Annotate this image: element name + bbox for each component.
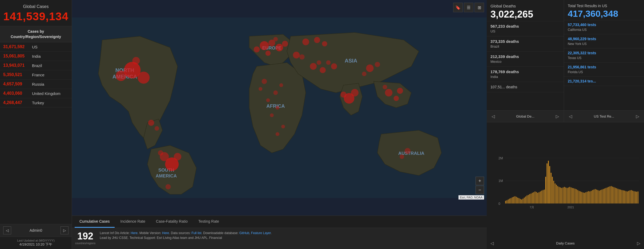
svg-rect-127	[589, 192, 590, 204]
svg-point-44	[276, 132, 279, 136]
deaths-list-item: 178,769 deathsIndia	[487, 67, 564, 82]
svg-point-39	[259, 87, 262, 91]
admin-nav-bar: ◁ Admin0 ▷	[0, 224, 72, 236]
map-attribution: Esri, FAO, NOAA	[458, 195, 484, 200]
svg-text:ASIA: ASIA	[345, 58, 357, 64]
svg-rect-90	[540, 192, 541, 204]
tab-case-fatality-ratio[interactable]: Case-Fatality Ratio	[151, 216, 192, 228]
zoom-in-btn[interactable]: +	[476, 177, 484, 185]
world-map-svg: NORTH AMERICA SOUTH AMERICA EUROPE AFRIC…	[72, 0, 487, 215]
admin-nav-next[interactable]: ▷	[61, 226, 69, 234]
deaths-panel: Global Deaths 3,022,265 567,233 deathsUS…	[487, 0, 564, 122]
svg-rect-72	[516, 197, 517, 204]
svg-rect-66	[508, 200, 509, 204]
feature-layer-link[interactable]: Feature Layer	[251, 231, 271, 235]
svg-text:AFRICA: AFRICA	[266, 103, 285, 109]
svg-point-52	[326, 60, 331, 65]
svg-point-18	[276, 44, 283, 51]
country-count: 5,350,521	[3, 72, 30, 77]
svg-rect-106	[561, 188, 562, 204]
svg-text:2M: 2M	[498, 156, 503, 160]
last-updated-box: Last Updated at (M/D/YYYY) 4/19/2021 10:…	[0, 236, 72, 249]
svg-point-11	[116, 70, 126, 81]
country-list-item[interactable]: 5,350,521France	[0, 70, 72, 80]
svg-rect-139	[606, 188, 606, 204]
grid-tool-btn[interactable]: ⊞	[474, 3, 484, 12]
svg-rect-142	[610, 186, 610, 204]
country-list-item[interactable]: 4,268,447Turkey	[0, 98, 72, 107]
svg-rect-157	[630, 190, 630, 204]
tests-number: 417,360,348	[568, 9, 640, 19]
test-count: 48,960,229 tests	[568, 37, 596, 41]
svg-point-46	[155, 126, 159, 131]
svg-rect-155	[627, 192, 628, 204]
svg-rect-105	[560, 188, 561, 204]
info-text-block: Lancet Inf Dis Article: Here. Mobile Ver…	[100, 231, 484, 240]
svg-rect-135	[600, 190, 601, 204]
svg-point-24	[314, 37, 320, 43]
svg-point-49	[405, 148, 411, 154]
deaths-nav-label: Global De...	[516, 114, 534, 118]
death-count: 373,335 deaths	[490, 39, 519, 44]
deaths-nav-next[interactable]: ▷	[554, 113, 561, 120]
admin-nav-prev[interactable]: ◁	[3, 226, 11, 234]
svg-point-48	[299, 54, 305, 60]
death-country: Mexico	[490, 60, 501, 64]
tests-list-item-truncated: 21,720,314 tes...	[564, 77, 644, 86]
svg-rect-133	[597, 190, 598, 204]
tests-nav-next[interactable]: ▷	[634, 113, 641, 120]
right-panels: Global Deaths 3,022,265 567,233 deathsUS…	[487, 0, 644, 249]
svg-rect-74	[518, 198, 519, 204]
tests-list-item: 57,733,460 testsCalifornia US	[564, 20, 644, 34]
svg-point-45	[148, 120, 154, 126]
country-list-item[interactable]: 4,657,509Russia	[0, 80, 72, 89]
deaths-title: Global Deaths	[490, 4, 560, 8]
svg-rect-130	[593, 190, 594, 204]
svg-rect-97	[549, 166, 550, 204]
svg-rect-122	[583, 193, 583, 204]
country-count: 15,061,805	[3, 54, 30, 59]
lancet-link[interactable]: Here	[131, 231, 138, 235]
country-list-item[interactable]: 15,061,805India	[0, 52, 72, 61]
deaths-nav: ◁ Global De... ▷	[487, 110, 564, 122]
country-count: 13,943,071	[3, 63, 30, 68]
zoom-out-btn[interactable]: −	[476, 186, 484, 194]
deaths-nav-prev[interactable]: ◁	[489, 113, 497, 120]
mobile-link[interactable]: Here	[162, 231, 169, 235]
svg-rect-87	[536, 192, 537, 204]
svg-rect-83	[531, 194, 532, 204]
svg-rect-104	[559, 187, 560, 204]
list-tool-btn[interactable]: ☰	[464, 3, 473, 12]
svg-text:1M: 1M	[498, 179, 503, 183]
tab-testing-rate[interactable]: Testing Rate	[194, 216, 224, 228]
github-link[interactable]: GitHub	[239, 231, 249, 235]
death-count: 567,233 deaths	[490, 24, 519, 28]
country-list-item[interactable]: 4,403,060United Kingdom	[0, 89, 72, 98]
map-area[interactable]: NORTH AMERICA SOUTH AMERICA EUROPE AFRIC…	[72, 0, 487, 215]
country-list-item[interactable]: 31,671,592US	[0, 42, 72, 52]
tab-incidence-rate[interactable]: Incidence Rate	[116, 216, 150, 228]
svg-rect-116	[575, 189, 575, 204]
svg-point-16	[260, 41, 269, 50]
svg-rect-163	[638, 192, 638, 204]
tests-nav-prev[interactable]: ◁	[567, 113, 574, 120]
full-list-link[interactable]: Full list	[191, 231, 201, 235]
svg-rect-124	[585, 192, 586, 204]
svg-point-25	[322, 41, 327, 47]
test-location: New York US	[568, 42, 587, 46]
svg-point-33	[310, 63, 317, 70]
bookmark-tool-btn[interactable]: 🔖	[453, 3, 463, 12]
svg-point-53	[366, 64, 373, 72]
country-count: 4,657,509	[3, 82, 30, 86]
svg-rect-159	[632, 191, 633, 204]
svg-rect-146	[615, 188, 616, 204]
svg-rect-89	[539, 192, 540, 204]
country-list-item[interactable]: 13,943,071Brazil	[0, 61, 72, 70]
chart-nav-prev[interactable]: ◁	[490, 241, 494, 246]
svg-rect-93	[544, 190, 545, 204]
tab-cumulative-cases[interactable]: Cumulative Cases	[75, 216, 115, 228]
svg-rect-85	[533, 192, 534, 204]
svg-point-30	[397, 88, 403, 94]
chart-nav-next[interactable]: ▷	[637, 241, 640, 246]
svg-rect-118	[577, 190, 578, 204]
